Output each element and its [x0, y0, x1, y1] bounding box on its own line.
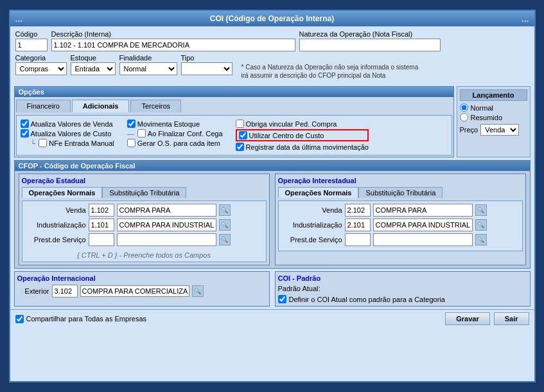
- radio-resumido: Resumido: [460, 113, 527, 121]
- check-movimenta: Movimenta Estoque: [127, 120, 223, 128]
- finalidade-label: Finalidade: [119, 54, 177, 62]
- cfop-estadual-industrial-label: Industrialização: [25, 221, 86, 229]
- cfop-estadual-servico-desc[interactable]: [117, 233, 216, 246]
- cfop-estadual-servico-code[interactable]: [89, 233, 114, 246]
- check-col-3: Obriga vincular Ped. Compra Utilizar Cen…: [236, 120, 369, 151]
- definir-padrao-check[interactable]: [278, 295, 286, 303]
- check-atualiza-custo: Atualiza Valores de Custo: [21, 129, 114, 138]
- cfop-interestadual-venda-code[interactable]: [345, 204, 371, 217]
- compartilhar-check[interactable]: [15, 315, 24, 323]
- tipo-select[interactable]: [181, 62, 233, 75]
- cfop-inner: Operação Estadual Operações Normais Subs…: [19, 174, 526, 265]
- modal-title: COI (Código de Operação Interna): [210, 14, 334, 23]
- modal-window: ... COI (Código de Operação Interna) ...…: [9, 10, 536, 382]
- padrao-atual-label: Padrão Atual:: [278, 285, 320, 292]
- tab-adicionais[interactable]: Adicionais: [72, 100, 130, 112]
- compartilhar-label: Compartilhar para Todas as Empresas: [26, 315, 147, 323]
- cfop-estadual-venda-search[interactable]: 🔍: [219, 204, 231, 216]
- natureza-input[interactable]: [299, 39, 441, 51]
- check-movimenta-input[interactable]: [127, 120, 136, 128]
- cfop-internacional-exterior-search[interactable]: 🔍: [192, 285, 204, 297]
- codigo-label: Código: [15, 30, 48, 38]
- check-atualiza-venda: Atualiza Valores de Venda: [21, 120, 114, 128]
- radio-resumido-label: Resumido: [471, 114, 503, 121]
- descricao-label: Descrição (Interna): [51, 30, 295, 38]
- cfop-interestadual-servico-code[interactable]: [345, 233, 371, 246]
- check-nfe-entrada: └ NFe Entrada Manual: [21, 139, 114, 147]
- descricao-input[interactable]: [51, 39, 295, 51]
- codigo-input[interactable]: [15, 39, 48, 51]
- cfop-internacional-exterior-desc[interactable]: [80, 285, 189, 297]
- radio-normal-input[interactable]: [460, 103, 468, 112]
- cfop-interestadual-industrial-desc[interactable]: [373, 218, 473, 231]
- check-atualiza-venda-input[interactable]: [21, 120, 29, 128]
- check-movimenta-label: Movimenta Estoque: [137, 120, 200, 128]
- cfop-internacional-title: Operação Internacional: [17, 274, 267, 282]
- categoria-select[interactable]: Compras: [15, 62, 67, 75]
- cfop-interestadual-venda: Venda 🔍: [281, 204, 520, 217]
- preco-select[interactable]: Venda: [480, 124, 519, 136]
- estoque-select[interactable]: Entrada: [71, 62, 116, 75]
- cfop-interestadual-industrial: Industrialização 🔍: [281, 218, 520, 231]
- cfop-estadual-venda-code[interactable]: [89, 204, 114, 217]
- cfop-interestadual-industrial-label: Industrialização: [281, 221, 342, 229]
- radio-normal: Normal: [460, 103, 527, 112]
- tab-financeiro[interactable]: Financeiro: [16, 100, 71, 112]
- coi-padrao: COI - Padrão Padrão Atual: Definir o COI…: [275, 271, 531, 307]
- check-utilizar-cc-input[interactable]: [239, 131, 247, 139]
- check-registrar-data-input[interactable]: [236, 143, 244, 151]
- cfop-interestadual-venda-search[interactable]: 🔍: [475, 204, 487, 216]
- check-obriga-ped: Obriga vincular Ped. Compra: [236, 120, 369, 128]
- footer-left: Compartilhar para Todas as Empresas: [15, 315, 147, 323]
- cfop-interestadual-servico-desc[interactable]: [373, 233, 473, 246]
- cfop-section: CFOP - Código de Operação Fiscal Operaçã…: [14, 160, 531, 269]
- estoque-label: Estoque: [71, 54, 116, 62]
- tab-terceiros[interactable]: Terceiros: [130, 100, 181, 112]
- natureza-label: Natureza da Operação (Nota Fiscal): [299, 30, 529, 38]
- radio-resumido-input[interactable]: [460, 113, 468, 121]
- cfop-interestadual-servico-search[interactable]: 🔍: [475, 234, 487, 245]
- cfop-estadual-venda-desc[interactable]: [117, 204, 216, 217]
- cfop-interestadual-venda-label: Venda: [281, 206, 342, 214]
- header-section: Código Descrição (Interna) Natureza da O…: [10, 26, 534, 85]
- cfop-estadual-content: Venda 🔍 Industrialização 🔍 Prest: [22, 200, 267, 262]
- check-utilizar-cc: Utilizar Centro de Custo: [236, 129, 369, 141]
- ctrl-hint: { CTRL + D } - Preenche todos os Campos: [25, 251, 263, 259]
- check-nfe-entrada-label: NFe Entrada Manual: [49, 139, 114, 147]
- nota-text: * Caso a Natureza da Operação não seja i…: [241, 64, 419, 79]
- title-dots-left: ...: [15, 13, 23, 24]
- check-gerar-os-input[interactable]: [127, 139, 136, 147]
- footer-buttons: Gravar Sair: [445, 312, 529, 325]
- cfop-interestadual-industrial-search[interactable]: 🔍: [475, 219, 487, 231]
- lancamento-title: Lançamento: [460, 89, 527, 101]
- categoria-label: Categoria: [15, 54, 67, 62]
- check-obriga-ped-input[interactable]: [236, 120, 244, 128]
- footer-bar: Compartilhar para Todas as Empresas Grav…: [10, 309, 534, 328]
- cfop-interestadual-tab-sub[interactable]: Substituição Tributária: [358, 187, 443, 198]
- tab-content: Atualiza Valores de Venda Atualiza Valor…: [16, 115, 452, 156]
- bottom-row: Operação Internacional Exterior 🔍 COI - …: [14, 271, 531, 307]
- cfop-estadual-tab-sub[interactable]: Substituição Tributária: [102, 187, 186, 198]
- cfop-estadual-industrial-desc[interactable]: [117, 218, 216, 231]
- cfop-estadual-industrial-search[interactable]: 🔍: [219, 219, 231, 231]
- sair-button[interactable]: Sair: [494, 312, 529, 325]
- cfop-estadual-servico-search[interactable]: 🔍: [219, 234, 231, 245]
- cfop-interestadual-venda-desc[interactable]: [373, 204, 473, 217]
- cfop-internacional-exterior-code[interactable]: [52, 285, 78, 298]
- cfop-title: CFOP - Código de Operação Fiscal: [15, 161, 530, 171]
- cfop-estadual-industrial: Industrialização 🔍: [25, 218, 263, 231]
- check-col-2: Movimenta Estoque — Ao Finalizar Conf. C…: [127, 120, 223, 151]
- check-finalizar-conf-input[interactable]: [137, 129, 146, 138]
- cfop-interestadual-tab-normais[interactable]: Operações Normais: [278, 187, 359, 198]
- cfop-estadual-title: Operação Estadual: [22, 177, 267, 184]
- gravar-button[interactable]: Gravar: [445, 312, 489, 325]
- preco-row: Preço Venda: [460, 124, 527, 136]
- cfop-estadual-industrial-code[interactable]: [89, 218, 114, 231]
- check-atualiza-custo-input[interactable]: [21, 129, 29, 138]
- check-nfe-entrada-input[interactable]: [39, 139, 47, 147]
- cfop-estadual-tab-normais[interactable]: Operações Normais: [22, 187, 103, 198]
- cfop-interestadual-industrial-code[interactable]: [345, 218, 371, 231]
- cfop-estadual-tabs: Operações Normais Substituição Tributári…: [22, 187, 267, 198]
- finalidade-select[interactable]: Normal: [119, 62, 177, 75]
- check-utilizar-cc-label: Utilizar Centro de Custo: [249, 132, 324, 139]
